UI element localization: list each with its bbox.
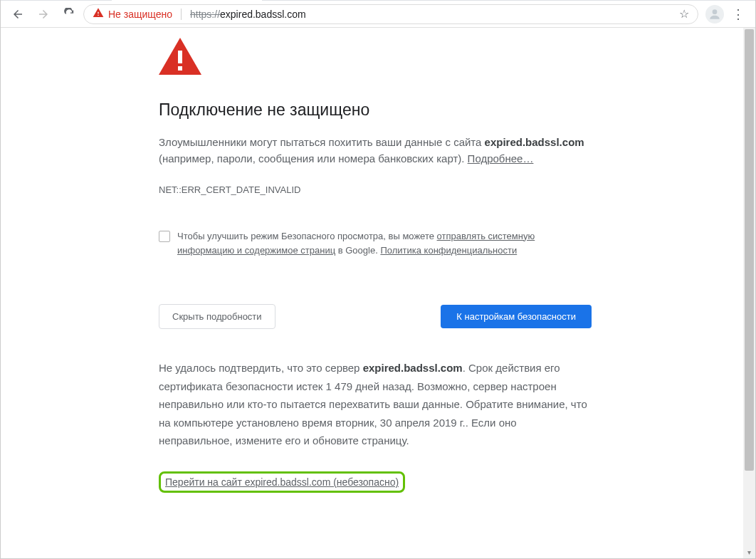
- address-bar[interactable]: Не защищено https://expired.badssl.com ☆: [83, 4, 698, 24]
- error-page-content: Подключение не защищено Злоумышленники м…: [1, 38, 627, 521]
- details-paragraph: Не удалось подтвердить, что это сервер e…: [159, 359, 592, 450]
- svg-point-12: [713, 9, 718, 14]
- main-warning-paragraph: Злоумышленники могут пытаться похитить в…: [159, 134, 592, 167]
- opt-in-checkbox[interactable]: [159, 231, 170, 242]
- security-status-text: Не защищено: [108, 9, 172, 20]
- close-window-button[interactable]: [723, 0, 755, 1]
- error-code: NET::ERR_CERT_DATE_INVALID: [159, 184, 627, 195]
- maximize-button[interactable]: [690, 0, 723, 1]
- profile-avatar[interactable]: [705, 5, 724, 23]
- proceed-unsafe-link[interactable]: Перейти на сайт expired.badssl.com (небе…: [165, 476, 399, 488]
- page-title: Подключение не защищено: [159, 100, 627, 120]
- learn-more-link[interactable]: Подробнее…: [468, 152, 534, 164]
- back-button[interactable]: [6, 3, 29, 26]
- minimize-button[interactable]: [657, 0, 690, 1]
- window-controls: [657, 0, 755, 1]
- privacy-policy-link[interactable]: Политика конфиденциальности: [380, 245, 517, 256]
- forward-button[interactable]: [32, 3, 55, 26]
- svg-rect-13: [178, 51, 182, 63]
- page-viewport: Подключение не защищено Злоумышленники м…: [1, 28, 755, 558]
- proceed-highlight-box: Перейти на сайт expired.badssl.com (небе…: [159, 471, 405, 493]
- back-to-safety-button[interactable]: К настройкам безопасности: [441, 305, 592, 328]
- opt-in-row: Чтобы улучшить режим Безопасного просмот…: [159, 229, 592, 259]
- tab-google-chrome[interactable]: Google Chrome ×: [6, 0, 112, 1]
- tab-error-page[interactable]: Ошибка нарушения конфиденц ×: [112, 0, 261, 1]
- button-row: Скрыть подробности К настройкам безопасн…: [159, 304, 592, 329]
- bookmark-star-icon[interactable]: ☆: [679, 7, 689, 21]
- reload-button[interactable]: [58, 3, 80, 26]
- omnibox-divider: [181, 9, 182, 20]
- tab-strip: Google Chrome × Ошибка нарушения конфиде…: [1, 0, 755, 1]
- warning-triangle-icon: [93, 7, 104, 21]
- hide-details-button[interactable]: Скрыть подробности: [159, 304, 275, 329]
- url-text: https://expired.badssl.com: [190, 9, 306, 20]
- browser-window: Google Chrome × Ошибка нарушения конфиде…: [0, 0, 756, 559]
- svg-rect-14: [178, 66, 182, 70]
- scrollbar-thumb[interactable]: [745, 29, 754, 471]
- large-warning-triangle-icon: [159, 38, 201, 75]
- toolbar: Не защищено https://expired.badssl.com ☆…: [1, 1, 755, 28]
- opt-in-text: Чтобы улучшить режим Безопасного просмот…: [177, 229, 592, 259]
- vertical-scrollbar[interactable]: ▾: [743, 28, 755, 558]
- kebab-menu-icon[interactable]: ⋮: [727, 3, 750, 26]
- scroll-down-arrow-icon[interactable]: ▾: [743, 546, 755, 558]
